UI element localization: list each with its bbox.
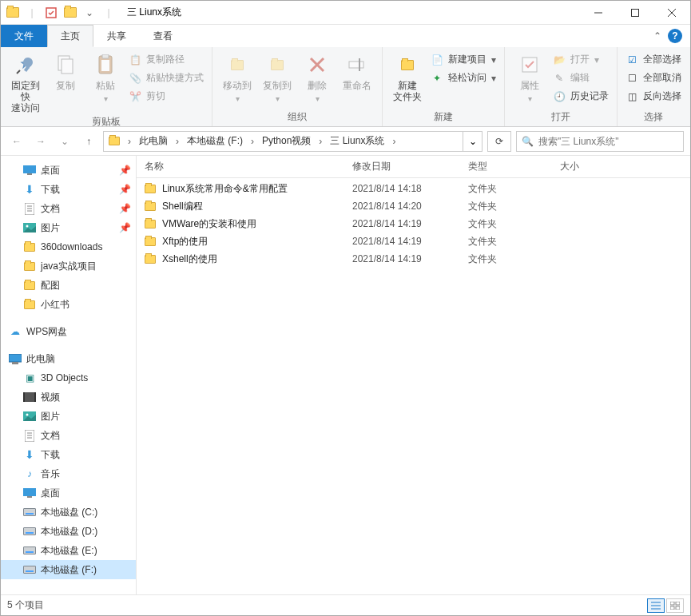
cloud-icon: ☁ — [9, 325, 22, 338]
sidebar-item[interactable]: ⬇下载 — [1, 445, 136, 464]
breadcrumb-segment[interactable]: 本地磁盘 (F:) — [182, 132, 248, 151]
cut-button[interactable]: ✂️剪切 — [125, 89, 207, 104]
file-row[interactable]: Shell编程 2021/8/14 14:20 文件夹 — [137, 197, 690, 215]
sidebar-item[interactable]: 视频 — [1, 387, 136, 407]
breadcrumb-segment[interactable]: 三 Liunx系统 — [325, 132, 389, 151]
maximize-button[interactable] — [617, 1, 653, 25]
copy-path-button[interactable]: 📋复制路径 — [125, 52, 207, 67]
main-area: 桌面📌⬇下载📌文档📌图片📌360downloadsjava实战项目配图小红书☁W… — [1, 156, 690, 594]
sidebar-item[interactable]: 360downloads — [1, 237, 136, 256]
recent-locations-button[interactable]: ⌄ — [55, 132, 74, 151]
up-button[interactable]: ↑ — [79, 132, 98, 151]
chevron-right-icon[interactable]: › — [125, 136, 134, 147]
folder-icon — [23, 260, 36, 272]
invert-selection-button[interactable]: ◫反向选择 — [622, 89, 685, 104]
help-icon[interactable]: ? — [668, 29, 682, 43]
select-all-button[interactable]: ☑全部选择 — [622, 52, 685, 67]
ribbon-group-new: 新建 文件夹 📄新建项目▾ ✦轻松访问▾ 新建 — [383, 47, 505, 126]
chevron-right-icon[interactable]: › — [316, 136, 325, 147]
svg-rect-26 — [12, 362, 18, 364]
chevron-right-icon[interactable]: › — [389, 136, 399, 147]
forward-button[interactable]: → — [31, 132, 50, 151]
paste-button[interactable]: 粘贴 ▾ — [85, 49, 125, 105]
rename-button[interactable]: 重命名 — [337, 49, 377, 91]
delete-button[interactable]: 删除▾ — [297, 49, 337, 105]
sidebar-item[interactable]: ▣3D Objects — [1, 368, 136, 387]
open-button[interactable]: 📂打开▾ — [550, 52, 612, 67]
collapse-ribbon-icon[interactable]: ⌃ — [653, 30, 661, 42]
sidebar-item[interactable]: 文档 — [1, 426, 136, 445]
svg-rect-28 — [23, 392, 25, 402]
file-date-cell: 2021/8/14 14:19 — [344, 253, 460, 264]
details-view-button[interactable] — [647, 598, 665, 613]
address-bar[interactable]: › 此电脑 › 本地磁盘 (F:) › Python视频 › 三 Liunx系统… — [103, 131, 483, 152]
sidebar-item[interactable]: 本地磁盘 (E:) — [1, 541, 136, 560]
new-item-button[interactable]: 📄新建项目▾ — [427, 52, 499, 67]
refresh-button[interactable]: ⟳ — [487, 131, 511, 152]
tab-file[interactable]: 文件 — [1, 25, 47, 47]
sidebar-item-this-pc[interactable]: 此电脑 — [1, 349, 136, 368]
sidebar-item-wps[interactable]: ☁WPS网盘 — [1, 322, 136, 341]
file-row[interactable]: Xshell的使用 2021/8/14 14:19 文件夹 — [137, 250, 690, 268]
properties-button[interactable]: 属性▾ — [510, 49, 550, 105]
column-headers: 名称 修改日期 类型 大小 — [137, 156, 690, 178]
history-button[interactable]: 🕘历史记录 — [550, 89, 612, 104]
sidebar-item[interactable]: 桌面📌 — [1, 161, 136, 180]
search-box[interactable]: 🔍 — [516, 131, 684, 152]
select-none-button[interactable]: ☐全部取消 — [622, 70, 685, 85]
sidebar-item[interactable]: ⬇下载📌 — [1, 180, 136, 199]
sidebar-item[interactable]: 图片 — [1, 407, 136, 426]
pin-icon: 📌 — [119, 184, 131, 195]
sidebar-item[interactable]: 配图 — [1, 276, 136, 295]
column-size[interactable]: 大小 — [552, 160, 616, 173]
sidebar-item[interactable]: 桌面 — [1, 483, 136, 503]
chevron-right-icon[interactable]: › — [173, 136, 182, 147]
copy-button[interactable]: 复制 — [46, 49, 85, 91]
breadcrumb-segment[interactable]: 此电脑 — [134, 132, 173, 151]
search-input[interactable] — [538, 136, 678, 147]
close-button[interactable] — [653, 1, 690, 25]
sidebar-item[interactable]: 本地磁盘 (F:) — [1, 560, 136, 579]
qat-dropdown-icon[interactable]: ⌄ — [81, 4, 98, 22]
sidebar-item[interactable]: 小红书 — [1, 295, 136, 314]
file-row[interactable]: Linux系统常用命令&常用配置 2021/8/14 14:18 文件夹 — [137, 180, 690, 197]
tab-view[interactable]: 查看 — [140, 25, 186, 47]
icons-view-button[interactable] — [666, 598, 684, 613]
sidebar-item[interactable]: 本地磁盘 (C:) — [1, 503, 136, 522]
window-title: 三 Liunx系统 — [127, 6, 181, 19]
copy-to-button[interactable]: 复制到▾ — [257, 49, 297, 105]
new-folder-button[interactable]: 新建 文件夹 — [387, 49, 427, 102]
file-row[interactable]: Xftp的使用 2021/8/14 14:19 文件夹 — [137, 232, 690, 250]
navigation-pane[interactable]: 桌面📌⬇下载📌文档📌图片📌360downloadsjava实战项目配图小红书☁W… — [1, 156, 137, 594]
svg-rect-41 — [670, 602, 674, 605]
sidebar-item[interactable]: 文档📌 — [1, 199, 136, 218]
sidebar-item[interactable]: ♪音乐 — [1, 464, 136, 483]
svg-rect-44 — [676, 606, 680, 610]
column-name[interactable]: 名称 — [137, 160, 344, 173]
tab-share[interactable]: 共享 — [93, 25, 140, 47]
doc-icon — [23, 202, 36, 215]
pin-quick-access-button[interactable]: 固定到快 速访问 — [6, 49, 46, 113]
move-to-button[interactable]: 移动到▾ — [217, 49, 257, 105]
minimize-button[interactable] — [580, 1, 617, 25]
file-list[interactable]: Linux系统常用命令&常用配置 2021/8/14 14:18 文件夹 She… — [137, 178, 690, 594]
file-row[interactable]: VMWare的安装和使用 2021/8/14 14:19 文件夹 — [137, 215, 690, 232]
tab-home[interactable]: 主页 — [47, 25, 93, 47]
easy-access-button[interactable]: ✦轻松访问▾ — [427, 70, 499, 85]
qat-properties-icon[interactable] — [42, 4, 60, 22]
edit-button[interactable]: ✎编辑 — [550, 70, 612, 85]
chevron-right-icon[interactable]: › — [248, 136, 257, 147]
address-bar-row: ← → ⌄ ↑ › 此电脑 › 本地磁盘 (F:) › Python视频 › 三… — [1, 127, 690, 156]
column-date[interactable]: 修改日期 — [344, 160, 460, 173]
drive-icon — [23, 525, 36, 538]
sidebar-item[interactable]: 图片📌 — [1, 218, 136, 237]
address-dropdown-icon[interactable]: ⌄ — [463, 132, 482, 151]
back-button[interactable]: ← — [7, 132, 26, 151]
paste-shortcut-button[interactable]: 📎粘贴快捷方式 — [125, 70, 207, 85]
sidebar-item[interactable]: java实战项目 — [1, 256, 136, 276]
breadcrumb-segment[interactable]: Python视频 — [257, 132, 316, 151]
pin-icon: 📌 — [119, 203, 131, 214]
file-name-cell: Xftp的使用 — [137, 235, 344, 248]
column-type[interactable]: 类型 — [460, 160, 552, 173]
sidebar-item[interactable]: 本地磁盘 (D:) — [1, 522, 136, 541]
